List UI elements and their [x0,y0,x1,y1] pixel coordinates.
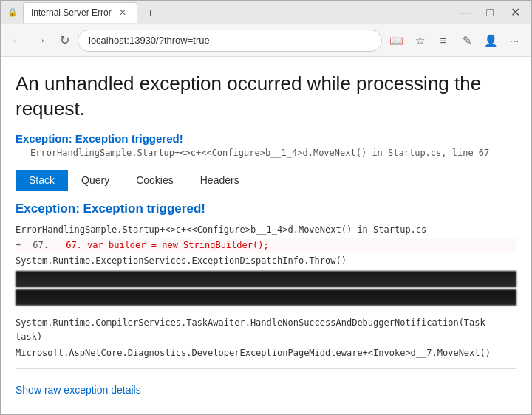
more-options-icon[interactable]: ··· [503,30,525,52]
stack-line-3: System.Runtime.CompilerServices.TaskAwai… [16,315,516,345]
expand-icon[interactable]: + [16,239,27,253]
new-tab-button[interactable]: + [142,4,160,21]
refresh-button[interactable]: ↻ [54,30,75,51]
browser-window: 🔒 Internal Server Error ✕ + — □ ✕ ← → ↻ … [0,0,532,415]
stack-line-4: Microsoft.AspNetCore.Diagnostics.Develop… [16,346,516,361]
hamburger-menu-icon[interactable]: ≡ [432,30,454,52]
exception-label: Exception: Exception triggered! [16,132,516,145]
tab-title: Internal Server Error [31,7,112,18]
reader-view-icon[interactable]: 📖 [385,30,407,52]
title-bar: 🔒 Internal Server Error ✕ + — □ ✕ [1,1,531,24]
window-close-button[interactable]: ✕ [505,2,525,23]
stack-blurred-1 [16,271,516,287]
edit-icon[interactable]: ✎ [456,30,478,52]
account-icon[interactable]: 👤 [480,30,502,52]
nav-icons: 📖 ☆ ≡ ✎ 👤 ··· [385,30,525,52]
back-button[interactable]: ← [7,30,27,51]
stack-line-highlight: + 67. 67. var builder = new StringBuilde… [16,238,516,253]
page-content: An unhandled exception occurred while pr… [1,57,531,414]
tab-headers[interactable]: Headers [187,170,253,191]
favorites-icon[interactable]: ☆ [409,30,431,52]
show-raw-link[interactable]: Show raw exception details [16,384,141,396]
stack-blurred-2 [16,289,516,306]
stack-line-1: ErrorHandlingSample.Startup+<>c+<<Config… [16,222,516,238]
exception-location: ErrorHandlingSample.Startup+<>c+<<Config… [16,148,516,158]
tab-stack[interactable]: Stack [16,170,68,191]
stack-trace: ErrorHandlingSample.Startup+<>c+<<Config… [16,222,516,361]
tab-favicon: 🔒 [7,7,18,18]
tab-query[interactable]: Query [68,170,123,191]
tab-cookies[interactable]: Cookies [123,170,187,191]
stack-spacer [16,306,516,315]
nav-bar: ← → ↻ 📖 ☆ ≡ ✎ 👤 ··· [1,24,531,57]
divider [16,368,516,369]
minimize-button[interactable]: — [454,2,475,23]
tabs-bar: Stack Query Cookies Headers [16,170,516,191]
maximize-button[interactable]: □ [480,2,500,23]
tab-close-button[interactable]: ✕ [116,6,129,19]
browser-tab[interactable]: Internal Server Error ✕ [23,2,137,23]
stack-line-2: System.Runtime.ExceptionServices.Excepti… [16,253,516,269]
address-bar[interactable] [78,30,382,52]
main-heading: An unhandled exception occurred while pr… [16,72,516,122]
stack-section-heading: Exception: Exception triggered! [16,202,516,216]
forward-button[interactable]: → [30,30,51,51]
